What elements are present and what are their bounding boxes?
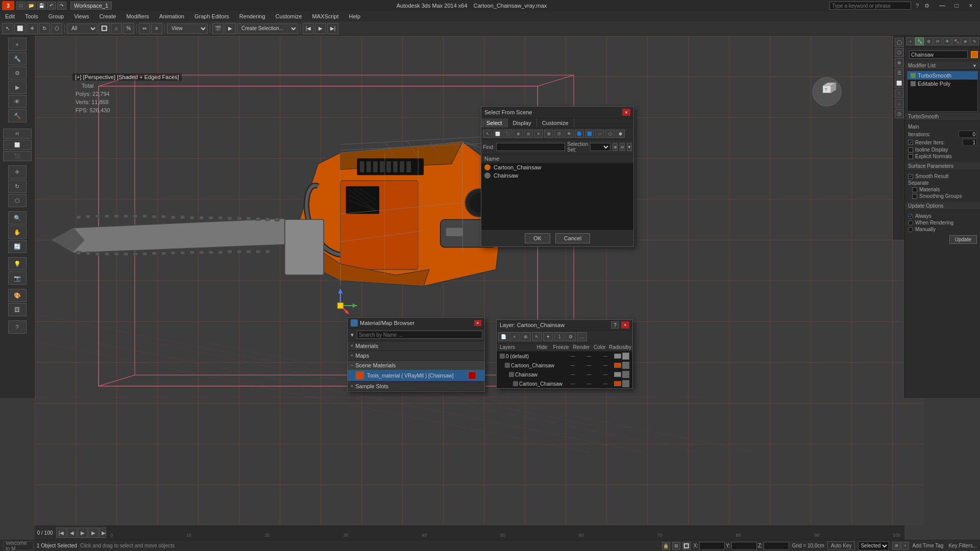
- view-dropdown[interactable]: View: [167, 23, 208, 34]
- motion-panel-btn[interactable]: ▶: [8, 81, 27, 94]
- r-icon-5[interactable]: ⬜: [895, 79, 904, 88]
- select-region-tool[interactable]: ⬜: [14, 23, 26, 34]
- rotate-btn[interactable]: ↻: [8, 180, 27, 193]
- menu-item-edit[interactable]: Edit: [3, 12, 17, 20]
- goto-start-btn[interactable]: |◀: [56, 528, 66, 538]
- r-icon-3[interactable]: ⊕: [895, 58, 904, 67]
- window-cross[interactable]: ⬛: [3, 151, 32, 161]
- settings-icon[interactable]: ⚙: [923, 2, 931, 10]
- util-icon[interactable]: 🔨: [952, 37, 961, 45]
- layer-item-2[interactable]: Chainsaw — — —: [497, 370, 632, 379]
- motion-icon[interactable]: ⟳: [934, 37, 942, 45]
- x-input[interactable]: [699, 542, 725, 550]
- mat-section-materials-header[interactable]: + Materials: [348, 341, 484, 350]
- modify-panel-icon[interactable]: 🔧: [915, 37, 924, 45]
- move-tool[interactable]: ✛: [27, 23, 38, 34]
- redo-btn[interactable]: ↷: [57, 2, 66, 10]
- material-editor-btn[interactable]: 🎨: [8, 289, 27, 302]
- extra-icon2[interactable]: ✎: [970, 37, 979, 45]
- scene-tool-1[interactable]: ↖: [483, 130, 492, 138]
- snap-toggle[interactable]: 🔳: [99, 23, 110, 34]
- layer-list[interactable]: 0 (default) — — — Cartoon_Chainsaw — — —…: [497, 352, 632, 388]
- modifier-stack-list[interactable]: TurboSmooth Editable Poly: [907, 71, 978, 112]
- info-icon[interactable]: ?: [913, 2, 921, 10]
- menu-item-rendering[interactable]: Rendering: [237, 12, 267, 20]
- layer-merge-btn[interactable]: ⤵: [554, 332, 565, 341]
- layer-item-1[interactable]: Cartoon_Chainsaw — — —: [497, 361, 632, 370]
- layer-color-0[interactable]: [614, 354, 621, 359]
- create-panel-btn[interactable]: +: [8, 38, 27, 51]
- layer-help-btn[interactable]: ?: [611, 321, 619, 329]
- always-radio[interactable]: [908, 214, 913, 219]
- select-scene-close-btn[interactable]: ×: [622, 109, 630, 116]
- rotate-tool[interactable]: ↻: [39, 23, 50, 34]
- layer-color-1[interactable]: [614, 363, 621, 368]
- layer-color-3[interactable]: [614, 381, 621, 386]
- ok-btn[interactable]: OK: [525, 233, 550, 243]
- scale-btn[interactable]: ⬡: [8, 194, 27, 207]
- r-icon-6[interactable]: ↑: [895, 89, 904, 98]
- r-icon-2[interactable]: ⬡: [895, 48, 904, 57]
- object-name-input[interactable]: [909, 51, 968, 59]
- isoline-checkbox[interactable]: [908, 147, 913, 153]
- hierarchy-icon[interactable]: ⚙: [924, 37, 933, 45]
- scene-tool-4[interactable]: ⊕: [513, 130, 523, 138]
- tab-display[interactable]: Display: [508, 118, 537, 128]
- key-filter-btn[interactable]: ⊞: [892, 542, 900, 550]
- prev-frame[interactable]: |◀: [303, 23, 314, 34]
- play-anim[interactable]: ▶: [315, 23, 326, 34]
- mat-section-scene-header[interactable]: − Scene Materials: [348, 361, 484, 370]
- selection-set-dropdown[interactable]: [590, 143, 610, 151]
- smoothing-groups-checkbox[interactable]: [912, 194, 917, 199]
- render-iters-input[interactable]: [963, 139, 977, 146]
- scene-tool-8[interactable]: ∅: [554, 130, 564, 138]
- display-icon[interactable]: 👁: [943, 37, 951, 45]
- turbosmooth-section-header[interactable]: TurboSmooth: [905, 113, 980, 121]
- grid-icon[interactable]: ⊞: [672, 542, 680, 550]
- layer-item-0[interactable]: 0 (default) — — —: [497, 352, 632, 361]
- render-iters-checkbox[interactable]: [908, 140, 913, 145]
- cancel-btn[interactable]: Cancel: [555, 233, 590, 243]
- zoom-btn[interactable]: 🔍: [8, 211, 27, 224]
- scene-tool-11[interactable]: 🟦: [585, 130, 594, 138]
- layer-new-btn[interactable]: 📄: [498, 332, 508, 341]
- scene-tool-13[interactable]: ⬡: [605, 130, 615, 138]
- explicit-normals-checkbox[interactable]: [908, 154, 913, 159]
- add-time-tag-btn[interactable]: Add Time Tag: [912, 543, 943, 548]
- scene-tool-14[interactable]: ⬢: [616, 130, 625, 138]
- menu-item-create[interactable]: Create: [97, 12, 118, 20]
- scene-tool-10[interactable]: 🔵: [575, 130, 584, 138]
- menu-item-modifiers[interactable]: Modifiers: [124, 12, 151, 20]
- menu-item-customize[interactable]: Customize: [274, 12, 304, 20]
- pan-btn[interactable]: ✋: [8, 226, 27, 239]
- snap-icon[interactable]: 🔳: [682, 542, 691, 550]
- mat-search-input[interactable]: [357, 331, 482, 339]
- r-icon-8[interactable]: ◷: [895, 109, 904, 118]
- tab-select[interactable]: Select: [481, 118, 508, 128]
- layer-settings-btn[interactable]: ⚙: [566, 332, 576, 341]
- find-input[interactable]: [496, 143, 565, 151]
- layer-select-btn[interactable]: ↖: [532, 332, 542, 341]
- r-icon-1[interactable]: ◯: [895, 38, 904, 47]
- extra-icon1[interactable]: ⊕: [961, 37, 970, 45]
- move-btn[interactable]: ✛: [8, 165, 27, 179]
- set-btn3[interactable]: ▼: [627, 143, 632, 151]
- modifier-item-turbosmooth[interactable]: TurboSmooth: [908, 71, 977, 80]
- orbit-btn[interactable]: 🔄: [8, 240, 27, 253]
- iterations-input[interactable]: [959, 131, 977, 138]
- utilities-panel-btn[interactable]: 🔨: [8, 109, 27, 122]
- mat-item-tools-material[interactable]: Tools_material ( VRayMtl ) [Chainsaw]: [348, 370, 484, 381]
- workspace-label[interactable]: Workspace_1: [70, 2, 112, 10]
- tab-customize[interactable]: Customize: [537, 118, 574, 128]
- mat-close-btn[interactable]: ×: [474, 320, 481, 326]
- layer-radio-0[interactable]: [622, 353, 629, 360]
- align-tool[interactable]: ≡: [151, 23, 162, 34]
- select-region[interactable]: ⬜: [3, 140, 32, 150]
- update-options-header[interactable]: Update Options: [905, 202, 980, 210]
- set-btn1[interactable]: ⊕: [612, 143, 618, 151]
- new-btn[interactable]: □: [16, 2, 26, 10]
- camera-btn[interactable]: 📷: [8, 271, 27, 285]
- render-btn[interactable]: ▶: [225, 23, 236, 34]
- angle-snap[interactable]: ⌂: [111, 23, 122, 34]
- scene-item-cartoon-chainsaw[interactable]: Cartoon_Chainsaw: [481, 163, 633, 171]
